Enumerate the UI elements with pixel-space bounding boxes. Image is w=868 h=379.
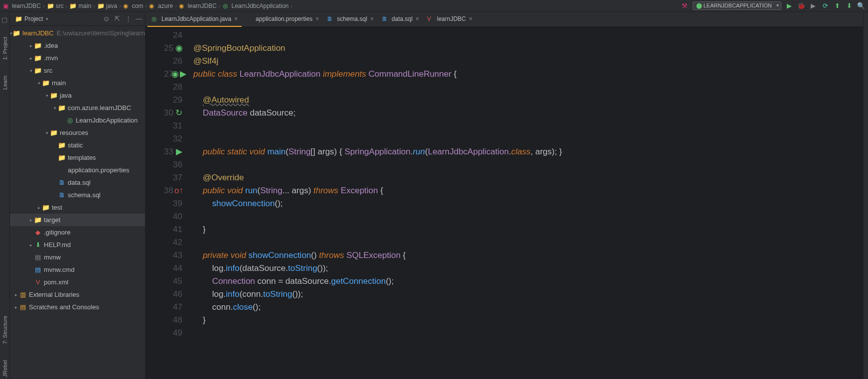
line-number[interactable]: 29 (145, 94, 182, 107)
tree-node[interactable]: ▸📁target (10, 214, 145, 226)
chevron-down-icon[interactable]: ▾ (44, 130, 50, 135)
tree-node[interactable]: ▸🗎schema.sql (10, 189, 145, 201)
line-number[interactable]: 42 (145, 236, 182, 249)
line-number[interactable]: 28 (145, 81, 182, 94)
code-line[interactable]: } (193, 223, 863, 236)
editor-tab[interactable]: 🗎data.sql× (378, 12, 423, 27)
line-number[interactable]: 30↻ (145, 107, 182, 120)
build-hammer-icon[interactable]: ⚒ (681, 2, 689, 10)
code-line[interactable]: } (193, 314, 863, 327)
close-icon[interactable]: × (315, 15, 319, 22)
editor-tab[interactable]: application.properties× (242, 12, 323, 27)
code-line[interactable]: public void run(String... args) throws E… (193, 184, 863, 197)
chevron-down-icon[interactable]: ▾ (36, 81, 42, 86)
line-number[interactable]: 25◉ (145, 42, 182, 55)
tree-node[interactable]: ▸application.properties (10, 164, 145, 176)
breadcrumb-crumb[interactable]: ▣learnJDBC (3, 2, 41, 9)
close-icon[interactable]: × (234, 15, 238, 22)
bean-gutter-icon[interactable]: ↻ (175, 110, 182, 117)
breadcrumb-crumb[interactable]: ◉learnJDBC (179, 2, 217, 9)
line-number[interactable]: 36 (145, 158, 182, 171)
breadcrumb-crumb[interactable]: 📁java (97, 2, 117, 9)
code-line[interactable] (193, 236, 863, 249)
line-number[interactable]: 44 (145, 262, 182, 275)
project-tool-icon[interactable]: ▢ (1, 16, 8, 23)
chevron-right-icon[interactable]: ▸ (28, 43, 34, 48)
chevron-right-icon[interactable]: ▸ (28, 243, 34, 248)
git-pull-icon[interactable]: ⬇ (845, 2, 853, 10)
code-line[interactable]: Connection conn = dataSource.getConnecti… (193, 275, 863, 288)
locate-icon[interactable]: ⊙ (102, 15, 110, 23)
close-icon[interactable]: × (370, 15, 374, 22)
line-number[interactable]: 41 (145, 223, 182, 236)
hide-icon[interactable]: — (135, 15, 143, 23)
debug-icon[interactable]: 🐞 (797, 2, 805, 10)
tree-node[interactable]: ▸📁.mvn (10, 52, 145, 64)
line-number[interactable]: 45 (145, 275, 182, 288)
code-line[interactable] (193, 327, 863, 340)
code-editor[interactable]: 2425◉2627◉▶282930↻313233▶363738o↑3940414… (145, 27, 863, 379)
code-line[interactable]: conn.close(); (193, 301, 863, 314)
breadcrumb-crumb[interactable]: 📁src (47, 2, 64, 9)
code-line[interactable]: @SpringBootApplication (193, 42, 863, 55)
line-number[interactable]: 26 (145, 55, 182, 68)
tree-node[interactable]: ▸🗎data.sql (10, 176, 145, 189)
editor-tab[interactable]: 🗎schema.sql× (323, 12, 378, 27)
profile-icon[interactable]: ⟳ (821, 2, 829, 10)
tree-node[interactable]: ▸◆.gitignore (10, 226, 145, 239)
left-tab-jrebel[interactable]: JRebel (2, 358, 8, 379)
chevron-down-icon[interactable]: ▾ (44, 93, 50, 98)
breadcrumb-crumb[interactable]: ◎LearnJdbcApplication (223, 2, 289, 9)
code-line[interactable]: public class LearnJdbcApplication implem… (193, 68, 863, 81)
line-number[interactable]: 40 (145, 210, 182, 223)
tree-node[interactable]: ▾📁src (10, 64, 145, 77)
code-line[interactable]: showConnection(); (193, 197, 863, 210)
code-line[interactable] (193, 81, 863, 94)
override-gutter-icon[interactable]: o↑ (175, 187, 182, 194)
breadcrumb-crumb[interactable]: ◉azure (149, 2, 173, 9)
line-number[interactable]: 32 (145, 132, 182, 145)
tree-node[interactable]: ▾📁com.azure.learnJDBC (10, 102, 145, 114)
run-class-gutter-icon[interactable]: ◉▶ (175, 71, 182, 78)
tree-node[interactable]: ▸📁templates (10, 151, 145, 164)
tree-node[interactable]: ▾📁main (10, 77, 145, 89)
line-number[interactable]: 46 (145, 288, 182, 301)
line-number[interactable]: 31 (145, 120, 182, 132)
code-line[interactable] (193, 29, 863, 42)
collapse-icon[interactable]: ⇱ (113, 15, 121, 23)
tree-node[interactable]: ▸▥External Libraries (10, 288, 145, 301)
chevron-right-icon[interactable]: ▸ (13, 305, 19, 310)
line-number[interactable]: 48 (145, 314, 182, 327)
left-tab-structure[interactable]: 7: Structure (2, 314, 8, 346)
tree-node[interactable]: ▸◎LearnJdbcApplication (10, 114, 145, 126)
spring-gutter-icon[interactable]: ◉ (175, 45, 182, 52)
tree-node[interactable]: ▸▤mvnw (10, 251, 145, 263)
tree-node-root[interactable]: ▾📁learnJDBCE:\owlazure\Items\Spring\lear… (10, 27, 145, 39)
run-icon[interactable]: ▶ (785, 2, 793, 10)
run-config-select[interactable]: ⬤ LEARNJDBCAPPLICATION (693, 1, 781, 10)
code-line[interactable]: log.info(conn.toString()); (193, 288, 863, 301)
chevron-right-icon[interactable]: ▸ (36, 205, 42, 210)
tree-node[interactable]: ▸📁test (10, 201, 145, 214)
chevron-right-icon[interactable]: ▸ (28, 218, 34, 223)
line-number[interactable]: 43 (145, 249, 182, 262)
tree-node[interactable]: ▸📁static (10, 139, 145, 151)
left-tab-learn[interactable]: Learn (2, 74, 8, 92)
line-number[interactable]: 38o↑ (145, 184, 182, 197)
chevron-right-icon[interactable]: ▸ (13, 292, 19, 297)
tree-node[interactable]: ▾📁java (10, 89, 145, 102)
breadcrumb-crumb[interactable]: ◉com (123, 2, 144, 9)
settings-gear-icon[interactable]: ⋮ (124, 15, 132, 23)
code-line[interactable] (193, 158, 863, 171)
code-line[interactable]: public static void main(String[] args) {… (193, 145, 863, 158)
line-number[interactable]: 24 (145, 29, 182, 42)
editor-tab[interactable]: ◎LearnJdbcApplication.java× (147, 12, 242, 27)
line-number[interactable]: 27◉▶ (145, 68, 182, 81)
chevron-down-icon[interactable]: ▾ (52, 106, 58, 111)
tree-node[interactable]: ▸⬇HELP.md (10, 239, 145, 251)
sidebar-view-select[interactable]: 📁 Project (12, 14, 51, 23)
tree-node[interactable]: ▸▤mvnw.cmd (10, 263, 145, 276)
code-line[interactable]: @Autowired (193, 94, 863, 107)
code-line[interactable]: @Override (193, 171, 863, 184)
chevron-right-icon[interactable]: ▸ (28, 56, 34, 61)
